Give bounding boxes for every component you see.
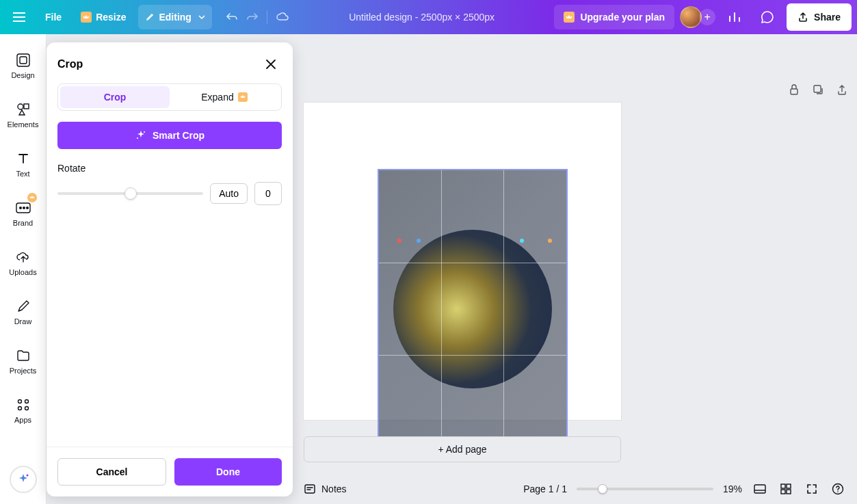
svg-rect-1 — [20, 57, 27, 64]
file-menu[interactable]: File — [38, 5, 68, 29]
crop-grid-line — [441, 170, 442, 448]
sidebar-label: Draw — [14, 317, 32, 326]
crop-panel-footer: Cancel Done — [47, 447, 293, 496]
crop-grid-line — [379, 263, 566, 263]
resize-button[interactable]: Resize — [74, 5, 133, 29]
sidebar-label: Brand — [13, 219, 33, 227]
sidebar-item-draw[interactable]: Draw — [0, 287, 47, 336]
sidebar-label: Elements — [8, 120, 39, 129]
sidebar-item-brand[interactable]: Brand — [0, 189, 47, 238]
rotate-label: Rotate — [57, 163, 282, 174]
upgrade-plan-button[interactable]: Upgrade your plan — [554, 5, 674, 29]
svg-point-14 — [137, 137, 138, 139]
rotate-value-input[interactable] — [254, 182, 282, 205]
notes-button[interactable]: Notes — [304, 483, 347, 494]
sidebar-label: Apps — [14, 416, 31, 424]
divider — [267, 10, 267, 24]
crop-expand-tabs: Crop Expand — [57, 83, 282, 111]
svg-rect-18 — [754, 485, 765, 493]
sidebar-item-apps[interactable]: Apps — [0, 386, 47, 435]
chevron-down-icon — [198, 15, 205, 19]
crop-panel-title: Crop — [57, 58, 83, 70]
zoom-slider-thumb[interactable] — [598, 484, 607, 494]
svg-point-11 — [25, 407, 28, 410]
design-icon — [15, 52, 31, 68]
svg-point-9 — [25, 400, 28, 403]
crop-shape-circle[interactable] — [393, 230, 552, 388]
magic-button[interactable] — [10, 466, 37, 493]
comment-icon — [761, 10, 774, 24]
canvas-page[interactable] — [304, 103, 621, 420]
sidebar-item-text[interactable]: Text — [0, 140, 47, 189]
sidebar-item-uploads[interactable]: Uploads — [0, 238, 47, 287]
upgrade-label: Upgrade your plan — [580, 12, 665, 23]
view-grid-button[interactable] — [778, 481, 794, 497]
sidebar-label: Projects — [10, 367, 37, 375]
crown-icon — [564, 12, 575, 23]
svg-rect-21 — [781, 490, 785, 494]
canvas-area: + Add page — [293, 34, 857, 474]
tab-expand[interactable]: Expand — [170, 86, 279, 108]
editing-mode-button[interactable]: Editing — [138, 5, 211, 29]
svg-rect-3 — [24, 104, 29, 109]
comment-button[interactable] — [754, 3, 781, 31]
svg-rect-17 — [305, 485, 315, 493]
svg-point-8 — [18, 400, 21, 403]
crop-panel: Crop Crop Expand Smart Crop Rotate Auto … — [47, 42, 293, 496]
apps-icon — [15, 397, 31, 413]
crown-icon — [238, 92, 248, 102]
add-collaborator-button[interactable]: + — [699, 9, 715, 25]
help-button[interactable] — [830, 481, 846, 497]
left-sidebar: Design Elements Text Brand Uploads Draw … — [0, 34, 47, 504]
uploads-icon — [15, 249, 31, 265]
undo-button[interactable] — [226, 12, 238, 23]
crop-bounding-box[interactable] — [378, 169, 568, 449]
lock-page-button[interactable] — [789, 83, 800, 98]
sparkle-icon — [16, 472, 31, 487]
redo-button[interactable] — [246, 12, 259, 23]
svg-rect-20 — [787, 484, 791, 488]
cloud-sync-button[interactable] — [276, 12, 289, 23]
tab-expand-label: Expand — [201, 92, 233, 103]
rotate-slider-thumb[interactable] — [124, 187, 137, 200]
rotate-slider[interactable] — [57, 192, 203, 195]
cancel-button[interactable]: Cancel — [57, 458, 166, 486]
pencil-icon — [145, 12, 155, 22]
projects-icon — [15, 347, 31, 364]
insights-button[interactable] — [721, 3, 748, 31]
page-action-icons — [789, 83, 847, 98]
notes-icon — [304, 483, 316, 494]
sidebar-item-elements[interactable]: Elements — [0, 90, 47, 140]
duplicate-page-button[interactable] — [812, 83, 824, 98]
view-list-button[interactable] — [752, 481, 768, 497]
zoom-slider[interactable] — [577, 488, 713, 490]
svg-point-6 — [23, 207, 25, 209]
zoom-percent[interactable]: 19% — [723, 483, 742, 494]
top-bar: File Resize Editing Untitled design - 25… — [0, 0, 857, 34]
chart-icon — [728, 11, 741, 23]
svg-rect-16 — [814, 85, 821, 92]
sidebar-label: Design — [11, 71, 34, 79]
tab-crop[interactable]: Crop — [60, 86, 170, 108]
share-label: Share — [814, 12, 841, 23]
page-indicator[interactable]: Page 1 / 1 — [523, 483, 567, 494]
sidebar-item-design[interactable]: Design — [0, 41, 47, 90]
share-button[interactable]: Share — [787, 3, 852, 31]
smart-crop-button[interactable]: Smart Crop — [57, 122, 282, 149]
svg-point-10 — [18, 407, 21, 410]
smart-crop-label: Smart Crop — [153, 130, 205, 141]
notes-label: Notes — [321, 483, 347, 494]
export-page-button[interactable] — [836, 83, 847, 98]
main-menu-button[interactable] — [5, 3, 33, 31]
svg-point-2 — [18, 104, 23, 109]
close-panel-button[interactable] — [260, 53, 282, 75]
rotate-auto-button[interactable]: Auto — [210, 183, 248, 204]
done-button[interactable]: Done — [174, 458, 282, 486]
svg-point-5 — [19, 207, 22, 209]
document-title[interactable]: Untitled design - 2500px × 2500px — [295, 12, 549, 23]
bottom-bar: Notes Page 1 / 1 19% — [293, 474, 857, 504]
fullscreen-button[interactable] — [804, 481, 820, 497]
hamburger-icon — [13, 12, 25, 22]
sidebar-item-projects[interactable]: Projects — [0, 336, 47, 386]
add-page-button[interactable]: + Add page — [304, 436, 621, 462]
